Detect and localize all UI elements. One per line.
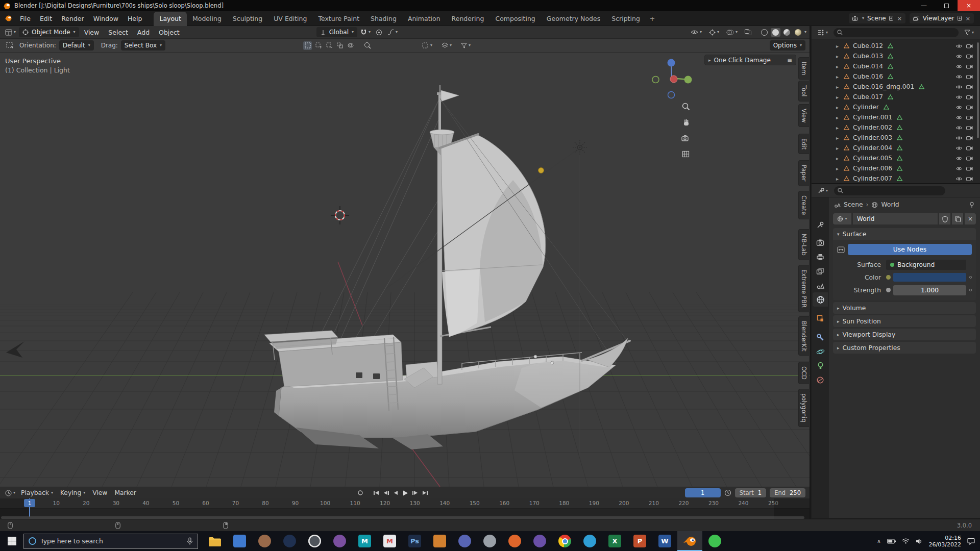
sidebar-tab-polygoniq[interactable]: polygoniq (798, 389, 809, 427)
expand-arrow-icon[interactable]: ▸ (836, 105, 841, 110)
disable-render-icon[interactable] (966, 146, 973, 151)
sidebar-tab-edit[interactable]: Edit (798, 134, 809, 154)
hide-eye-icon[interactable] (955, 105, 963, 110)
outliner-row[interactable]: ▸Cube.016_dmg.001 (812, 82, 980, 92)
disable-render-icon[interactable] (966, 136, 973, 140)
play-button[interactable] (402, 490, 409, 496)
workspace-tab-geometry-nodes[interactable]: Geometry Nodes (541, 12, 606, 26)
taskbar-app-gimp[interactable] (252, 531, 277, 551)
object-name[interactable]: Cylinder.004 (853, 144, 892, 152)
disable-render-icon[interactable] (966, 115, 973, 120)
custom-properties-panel[interactable]: ▸Custom Properties (833, 342, 976, 354)
xray-toggle[interactable] (743, 28, 753, 36)
outliner-search-input[interactable] (834, 28, 959, 37)
play-reverse-button[interactable] (392, 490, 399, 496)
outliner-row[interactable]: ▸Cylinder.003 (812, 133, 980, 143)
taskbar-app-whatsapp[interactable] (702, 531, 727, 551)
mode-dropdown[interactable]: Object Mode▾ (19, 27, 79, 37)
outliner-row[interactable]: ▸Cylinder.001 (812, 112, 980, 122)
hide-eye-icon[interactable] (955, 85, 963, 89)
orientation-value-dropdown[interactable]: Default▾ (59, 40, 94, 51)
taskbar-clock[interactable]: 02:16 26/03/2022 (929, 535, 961, 548)
menu-render[interactable]: Render (57, 15, 89, 22)
tab-render[interactable] (813, 235, 828, 249)
outliner-row[interactable]: ▸Cylinder.005 (812, 153, 980, 163)
sidebar-tab-tool[interactable]: Tool (798, 81, 809, 101)
expand-arrow-icon[interactable]: ▸ (836, 166, 841, 171)
menu-window[interactable]: Window (89, 15, 123, 22)
end-frame-field[interactable]: End250 (770, 488, 805, 497)
annotate-placement-dropdown[interactable]: ▾ (420, 41, 434, 49)
taskbar-app-file-explorer[interactable] (202, 531, 227, 551)
new-viewlayer-button[interactable] (958, 16, 963, 21)
expand-arrow-icon[interactable]: ▸ (836, 156, 841, 161)
filter-dropdown[interactable]: ▾ (459, 42, 473, 49)
editor-type-button[interactable]: ▾ (3, 28, 18, 37)
taskbar-app-chrome[interactable] (552, 531, 577, 551)
close-button[interactable]: × (958, 0, 980, 11)
taskbar-app-steam[interactable] (277, 531, 302, 551)
taskbar-app-app-violet[interactable] (527, 531, 552, 551)
pin-icon[interactable] (969, 202, 975, 208)
zoom-icon[interactable] (680, 101, 692, 112)
hide-eye-icon[interactable] (955, 95, 963, 99)
expand-arrow-icon[interactable]: ▸ (836, 54, 841, 59)
tab-tool[interactable] (813, 218, 828, 232)
workspace-tab-layout[interactable]: Layout (154, 12, 187, 26)
view-menu[interactable]: View (89, 489, 111, 496)
jump-to-start-button[interactable] (373, 490, 380, 496)
hide-eye-icon[interactable] (955, 44, 963, 48)
blender-menu-icon[interactable] (4, 15, 12, 22)
expand-arrow-icon[interactable]: ▸ (836, 176, 841, 182)
keying-menu[interactable]: Keying▾ (57, 489, 89, 496)
taskbar-app-firefox[interactable] (502, 531, 527, 551)
unlink-world-button[interactable]: × (965, 213, 976, 224)
outliner-filter-button[interactable]: ▾ (962, 29, 976, 36)
axis-x[interactable] (670, 76, 677, 83)
battery-icon[interactable] (887, 539, 896, 544)
timeline-editor-type-button[interactable]: ▾ (3, 489, 17, 497)
taskbar-app-app-orange[interactable] (427, 531, 452, 551)
select-mode-extend[interactable] (314, 41, 323, 50)
properties-search-input[interactable] (834, 186, 945, 195)
show-overlays-dropdown[interactable]: ▾ (724, 29, 740, 36)
tab-view-layer[interactable] (813, 264, 828, 278)
start-button[interactable] (0, 531, 23, 551)
workspace-tab-texture-paint[interactable]: Texture Paint (312, 12, 365, 26)
axis-neg-z[interactable] (668, 92, 675, 98)
sidebar-tab-ocd[interactable]: OCD (798, 362, 809, 384)
volume-icon[interactable] (916, 538, 923, 544)
world-name-field[interactable]: World (853, 213, 938, 224)
tab-modifiers[interactable] (813, 330, 828, 344)
sidebar-tab-paper[interactable]: Paper (798, 160, 809, 186)
object-name[interactable]: Cylinder (853, 104, 879, 111)
disable-render-icon[interactable] (966, 95, 973, 99)
object-name[interactable]: Cube.014 (853, 63, 883, 70)
proportional-editing-toggle[interactable] (374, 28, 384, 37)
expand-arrow-icon[interactable]: ▸ (836, 125, 841, 131)
surface-shader-dropdown[interactable]: Background (886, 260, 966, 270)
viewport-display-panel[interactable]: ▸Viewport Display (833, 329, 976, 340)
disable-render-icon[interactable] (966, 44, 973, 48)
axis-neg-y[interactable] (652, 77, 659, 83)
expand-arrow-icon[interactable]: ▸ (836, 64, 841, 69)
minimize-button[interactable]: — (913, 0, 935, 11)
object-name[interactable]: Cube.016_dmg.001 (853, 83, 914, 90)
workspace-tab-animation[interactable]: Animation (402, 12, 446, 26)
unlink-scene-button[interactable]: × (897, 15, 902, 22)
disable-render-icon[interactable] (966, 126, 973, 130)
select-mode-subtract[interactable] (325, 41, 333, 50)
new-scene-button[interactable] (889, 16, 894, 21)
shading-solid-button[interactable] (771, 28, 780, 37)
tray-expand-icon[interactable]: ∧ (877, 538, 880, 544)
playhead[interactable]: 1 (29, 498, 30, 517)
notification-center-icon[interactable] (967, 538, 975, 545)
pan-hand-icon[interactable] (680, 116, 692, 128)
outliner-row[interactable]: ▸Cube.014 (812, 61, 980, 71)
view-layers-dropdown[interactable]: ▾ (439, 41, 454, 49)
scene-selector[interactable]: ▾ Scene × (849, 13, 905, 23)
arrow-empty-object[interactable] (6, 341, 24, 358)
one-click-damage-panel[interactable]: ▸ One Click Damage ≡ (704, 55, 796, 65)
object-name[interactable]: Cylinder.003 (853, 134, 892, 141)
taskbar-app-telegram[interactable] (577, 531, 602, 551)
